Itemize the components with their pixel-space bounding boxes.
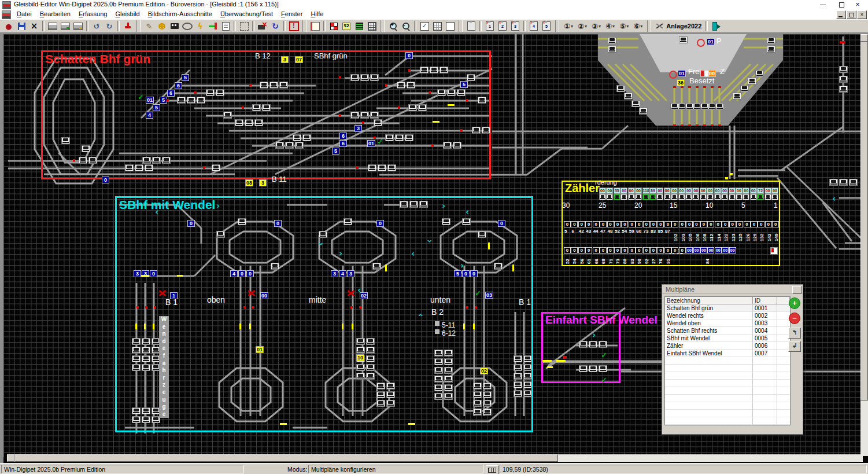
zero-box-blue[interactable]: 00 — [729, 247, 736, 253]
counter-loco-icon[interactable] — [664, 194, 671, 200]
loco-icon[interactable] — [387, 164, 396, 171]
loco-icon[interactable] — [444, 367, 453, 374]
counter-box[interactable]: 00 — [771, 188, 778, 194]
menu-item-hilfe[interactable]: Hilfe — [306, 9, 327, 20]
number-badge[interactable]: 07 — [295, 56, 303, 63]
counter-box[interactable]: 00 — [721, 188, 728, 194]
check-icon[interactable]: ✓ — [601, 376, 607, 384]
counter-loco-icon[interactable] — [721, 194, 728, 200]
number-badge[interactable]: 0 — [102, 177, 109, 183]
number-badge[interactable]: 01 — [678, 70, 686, 77]
loco-icon[interactable] — [223, 112, 232, 119]
loco-icon[interactable] — [206, 89, 215, 96]
loco-icon[interactable] — [523, 364, 532, 371]
routes-icon[interactable] — [353, 20, 365, 32]
check-icon[interactable]: ✓ — [138, 93, 144, 101]
zero-box[interactable]: 0 — [578, 247, 585, 253]
counter-box[interactable]: 00 — [664, 188, 671, 194]
number-badge[interactable]: 3 — [134, 270, 141, 277]
loco-icon[interactable] — [145, 164, 153, 171]
zero-box[interactable]: 0 — [607, 221, 614, 227]
blocked-cross-icon[interactable] — [248, 289, 256, 296]
list-icon[interactable] — [219, 20, 232, 32]
number-badge[interactable]: 01 — [367, 140, 375, 147]
loco-icon[interactable] — [473, 383, 482, 390]
loco-icon[interactable] — [839, 179, 848, 186]
zero-box[interactable]: 0 — [729, 221, 736, 227]
zero-box[interactable]: 0 — [585, 221, 592, 227]
zero-box[interactable]: 0 — [593, 221, 600, 227]
view-blank-icon[interactable] — [444, 20, 456, 32]
loco-icon[interactable] — [385, 134, 394, 141]
zero-box-blue[interactable]: 00 — [722, 247, 729, 253]
loco-icon[interactable] — [523, 381, 532, 388]
table-row[interactable]: Schatten Bhf rechts0004 — [665, 327, 790, 335]
number-badge[interactable]: 0 — [405, 52, 413, 59]
group-2-button[interactable]: ②▾ — [575, 20, 589, 32]
loco-icon[interactable] — [79, 157, 87, 164]
loco-icon[interactable] — [419, 201, 428, 208]
zero-box[interactable]: 0 — [564, 247, 571, 253]
mode-grid-icon[interactable] — [486, 465, 498, 474]
counter-loco-icon[interactable] — [620, 194, 627, 200]
menu-item-fenster[interactable]: Fenster — [277, 9, 306, 20]
loco-icon[interactable] — [483, 383, 492, 390]
loco-icon[interactable] — [829, 179, 838, 186]
number-badge[interactable]: 0 — [246, 270, 254, 277]
loco-icon[interactable] — [177, 97, 186, 104]
zero-box[interactable]: 0 — [600, 247, 607, 253]
loco-icon[interactable] — [386, 391, 395, 398]
number-badge[interactable]: 5 — [332, 148, 339, 155]
loco-icon[interactable] — [88, 157, 97, 164]
counter-loco-icon[interactable] — [757, 194, 764, 200]
loco-icon[interactable] — [483, 391, 492, 398]
loco-icon[interactable] — [378, 164, 386, 171]
loco-icon[interactable] — [434, 384, 443, 391]
loco-icon[interactable] — [372, 263, 381, 270]
loco-icon[interactable] — [409, 201, 418, 208]
loco-icon[interactable] — [271, 263, 279, 270]
loco-icon[interactable] — [187, 97, 195, 104]
loco-icon[interactable] — [608, 46, 616, 53]
zero-box[interactable]: 0 — [765, 221, 772, 227]
loco-icon[interactable] — [356, 338, 365, 345]
number-badge[interactable]: 0 — [238, 270, 246, 277]
counter-box[interactable]: 00 — [599, 188, 606, 194]
loco-icon[interactable] — [514, 364, 522, 371]
check-icon[interactable]: ✓ — [475, 289, 481, 297]
loco-icon[interactable] — [462, 218, 471, 225]
loco-icon[interactable] — [748, 78, 756, 84]
zero-box-blue[interactable]: 00 — [707, 247, 714, 253]
zero-box[interactable]: 0 — [600, 221, 607, 227]
loco-icon[interactable] — [368, 164, 376, 171]
counter-loco-icon[interactable] — [685, 194, 692, 200]
close-button[interactable]: × — [849, 0, 866, 9]
loco-icon[interactable] — [132, 364, 141, 371]
loco-icon[interactable] — [514, 355, 522, 362]
zero-box[interactable]: 0 — [671, 221, 678, 227]
counter-loco-icon[interactable] — [736, 194, 743, 200]
loco-icon[interactable] — [740, 85, 749, 92]
loco-icon[interactable] — [216, 89, 224, 96]
zero-box[interactable]: 0 — [664, 221, 671, 227]
counter-loco-icon[interactable] — [671, 194, 678, 200]
group-5-button[interactable]: ⑤▾ — [617, 20, 631, 32]
number-badge[interactable]: 4 — [146, 112, 153, 119]
loco-icon[interactable] — [679, 36, 688, 43]
screen-section-1-icon[interactable]: 1 — [483, 20, 496, 32]
number-badge[interactable]: 10 — [356, 354, 364, 361]
zero-box[interactable]: 0 — [722, 221, 729, 227]
loco-icon[interactable] — [370, 112, 379, 119]
loco-icon[interactable] — [142, 157, 151, 164]
screen-section-3-icon[interactable]: 3 — [509, 20, 522, 32]
number-badge[interactable]: 3 — [354, 125, 362, 132]
screen-section-4-icon[interactable]: 4 — [527, 20, 540, 32]
table-row[interactable]: SBhf mit Wendel0005 — [665, 335, 790, 342]
loco-icon[interactable] — [608, 37, 616, 44]
group-6-button[interactable]: ⑥▾ — [631, 20, 645, 32]
zero-box[interactable]: 0 — [643, 247, 650, 253]
mdi-close-button[interactable]: × — [857, 10, 867, 19]
loco-icon[interactable] — [430, 67, 438, 74]
zero-box[interactable]: 0 — [772, 221, 779, 227]
zero-box[interactable]: 0 — [693, 221, 700, 227]
